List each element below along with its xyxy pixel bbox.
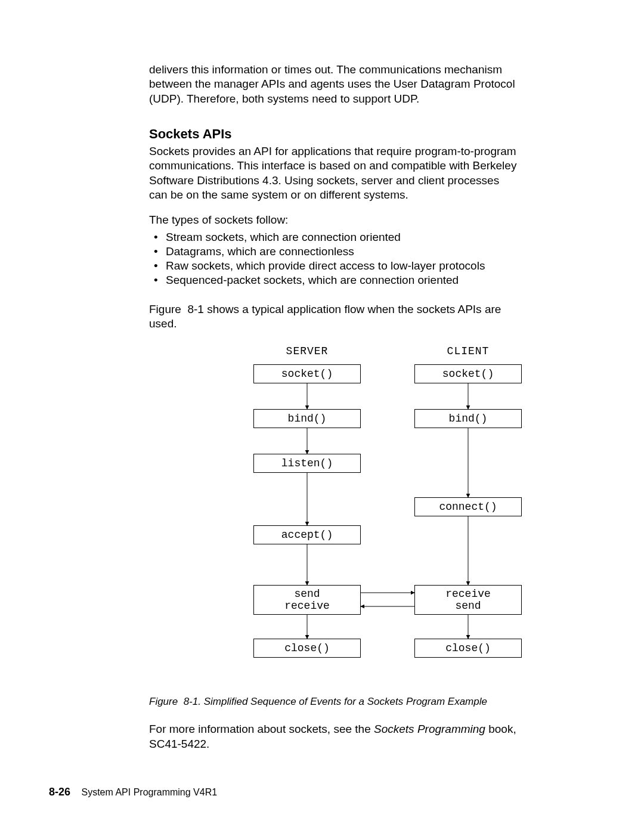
server-close-box: close() bbox=[253, 639, 361, 658]
client-receive-label: receive bbox=[445, 588, 491, 600]
closing-pre: For more information about sockets, see … bbox=[149, 723, 374, 735]
client-send-label: send bbox=[455, 600, 481, 612]
server-sendrecv-box: send receive bbox=[253, 585, 361, 615]
paragraph-2: The types of sockets follow: bbox=[149, 213, 519, 227]
footer-title: System API Programming V4R1 bbox=[81, 787, 217, 797]
page: delivers this information or times out. … bbox=[0, 0, 644, 833]
figure-caption: Figure 8-1. Simplified Sequence of Event… bbox=[149, 696, 519, 708]
client-socket-box: socket() bbox=[414, 364, 522, 383]
server-bind-box: bind() bbox=[253, 409, 361, 428]
intro-paragraph: delivers this information or times out. … bbox=[149, 63, 519, 106]
book-title: Sockets Programming bbox=[374, 723, 485, 735]
server-receive-label: receive bbox=[284, 600, 330, 612]
server-socket-box: socket() bbox=[253, 364, 361, 383]
closing-paragraph: For more information about sockets, see … bbox=[149, 722, 519, 751]
server-send-label: send bbox=[294, 588, 320, 600]
list-item: Datagrams, which are connectionless bbox=[163, 244, 519, 259]
section-heading: Sockets APIs bbox=[149, 126, 519, 142]
client-column-title: CLIENT bbox=[414, 345, 522, 357]
list-item: Raw sockets, which provide direct access… bbox=[163, 259, 519, 273]
paragraph-1: Sockets provides an API for applications… bbox=[149, 144, 519, 202]
client-close-box: close() bbox=[414, 639, 522, 658]
client-bind-box: bind() bbox=[414, 409, 522, 428]
client-recvsend-box: receive send bbox=[414, 585, 522, 615]
client-connect-box: connect() bbox=[414, 497, 522, 516]
server-listen-box: listen() bbox=[253, 454, 361, 473]
server-column-title: SERVER bbox=[253, 345, 361, 357]
page-footer: 8-26 System API Programming V4R1 bbox=[49, 786, 217, 798]
page-number: 8-26 bbox=[49, 786, 70, 798]
server-accept-box: accept() bbox=[253, 525, 361, 544]
paragraph-3: Figure 8-1 shows a typical application f… bbox=[149, 302, 519, 332]
list-item: Sequenced-packet sockets, which are conn… bbox=[163, 273, 519, 287]
flow-diagram: SERVER CLIENT socket() bind() listen() a… bbox=[253, 345, 611, 679]
socket-types-list: Stream sockets, which are connection ori… bbox=[149, 230, 519, 288]
list-item: Stream sockets, which are connection ori… bbox=[163, 230, 519, 244]
